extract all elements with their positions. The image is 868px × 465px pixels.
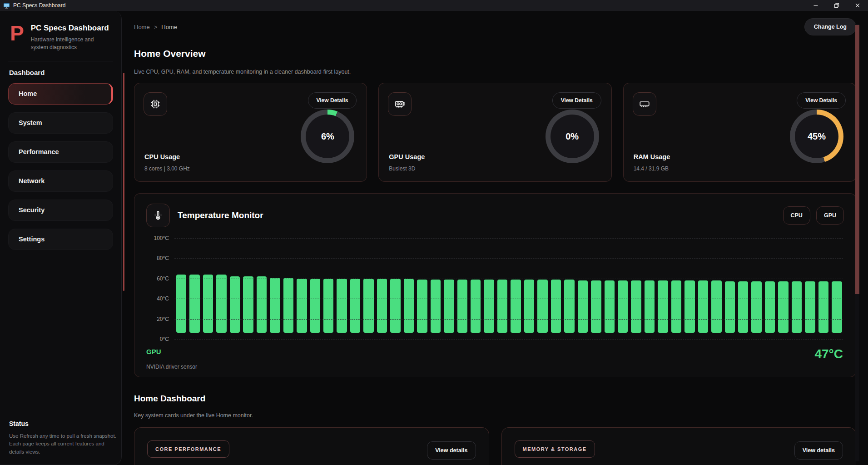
main-scrollbar-thumb[interactable] [855, 25, 859, 294]
sidebar-item-performance[interactable]: Performance [8, 141, 113, 163]
temp-bar [323, 279, 333, 333]
home-dashboard-title: Home Dashboard [134, 394, 856, 404]
temperature-monitor-card: Temperature Monitor CPU GPU 100°C80°C60°… [134, 193, 856, 377]
cpu-usage-name: CPU Usage [144, 153, 180, 160]
temp-bar [578, 280, 588, 333]
app-title: PC Specs Dashboard [31, 24, 109, 33]
memory-storage-tag: MEMORY & STORAGE [515, 440, 595, 458]
temp-bar [698, 280, 708, 333]
temp-bar [497, 280, 507, 333]
temp-bar [484, 280, 494, 333]
temp-bar [431, 280, 441, 333]
temperature-title: Temperature Monitor [178, 210, 263, 220]
temp-bar [417, 280, 427, 333]
temp-bar [591, 280, 601, 333]
usage-cards-row: View Details 6% CPU Usage 8 cores | 3.00… [134, 83, 856, 182]
ram-view-details-button[interactable]: View Details [797, 92, 846, 109]
cpu-sensor-button[interactable]: CPU [783, 206, 810, 225]
ram-icon [633, 92, 656, 116]
change-log-button[interactable]: Change Log [804, 18, 856, 35]
window-title: PC Specs Dashboard [13, 2, 65, 9]
sidebar-header: P PC Specs Dashboard Hardware intelligen… [8, 21, 113, 61]
temp-bar [363, 279, 373, 333]
temp-bar [725, 281, 735, 333]
temp-gridline [174, 258, 843, 259]
temp-bar [618, 280, 628, 333]
main-scrollbar[interactable] [855, 24, 859, 461]
sidebar-item-system[interactable]: System [8, 112, 113, 134]
restore-icon [833, 2, 840, 9]
ram-usage-detail: 14.4 / 31.9 GB [634, 165, 669, 172]
sidebar: P PC Specs Dashboard Hardware intelligen… [0, 11, 122, 465]
temp-bar [511, 280, 521, 333]
page-title: Home Overview [134, 48, 856, 59]
temp-bar [711, 280, 721, 333]
temp-bar [805, 281, 815, 333]
memory-storage-view-details-button[interactable]: View details [794, 441, 843, 460]
temp-bar [337, 279, 347, 333]
gpu-usage-percent: 0% [546, 110, 599, 163]
temp-gridline [174, 279, 843, 279]
cpu-icon [144, 92, 167, 116]
temp-bar [243, 276, 253, 333]
sidebar-item-security[interactable]: Security [8, 200, 113, 221]
core-performance-tag: CORE PERFORMANCE [147, 440, 229, 458]
status-title: Status [8, 420, 113, 427]
breadcrumb-home[interactable]: Home [134, 24, 150, 30]
temp-bar [792, 281, 802, 333]
ram-usage-ring: 45% [790, 110, 843, 163]
temp-gridline [174, 319, 843, 320]
temp-bar [297, 279, 307, 333]
temp-bar [444, 280, 454, 333]
temp-bar [283, 278, 293, 333]
temp-bar [350, 279, 360, 333]
sensor-note: NVIDIA driver sensor [146, 364, 197, 370]
temp-axis-tick: 40°C [146, 295, 169, 302]
sidebar-section-label: Dashboard [8, 69, 113, 76]
thermometer-icon [146, 204, 170, 227]
gpu-usage-card: View Details 0% GPU Usage Busiest 3D [378, 83, 611, 182]
close-button[interactable] [847, 0, 868, 11]
home-dashboard-subtitle: Key system cards under the live Home mon… [134, 412, 856, 419]
monitor-icon [3, 2, 10, 9]
temp-bar [631, 280, 641, 333]
temp-bar [671, 280, 681, 333]
temp-axis-tick: 100°C [146, 235, 169, 241]
memory-storage-card: MEMORY & STORAGE View details [501, 427, 857, 465]
sidebar-nav: HomeSystemPerformanceNetworkSecuritySett… [8, 83, 113, 258]
temp-axis-tick: 20°C [146, 316, 169, 322]
minimize-button[interactable] [805, 0, 826, 11]
temp-bar [818, 281, 828, 333]
topbar: Home > Home Change Log [134, 18, 856, 35]
temp-bar [778, 281, 788, 333]
temp-bar [471, 280, 481, 333]
home-dashboard-row: CORE PERFORMANCE View details MEMORY & S… [134, 427, 856, 465]
sidebar-item-network[interactable]: Network [8, 170, 113, 192]
close-icon [854, 2, 861, 9]
gpu-usage-name: GPU Usage [389, 153, 425, 160]
sidebar-item-settings[interactable]: Settings [8, 229, 113, 250]
temp-bar [537, 280, 547, 333]
temp-bar [457, 280, 467, 333]
temp-bar [605, 280, 615, 333]
temp-bar [684, 280, 694, 333]
core-performance-view-details-button[interactable]: View details [427, 441, 476, 460]
temp-axis-tick: 0°C [146, 336, 169, 342]
ram-usage-name: RAM Usage [634, 153, 670, 160]
sidebar-scrollbar[interactable] [123, 73, 124, 291]
gpu-usage-detail: Busiest 3D [389, 165, 415, 172]
temp-gridline [174, 238, 843, 239]
temp-bar [751, 281, 761, 333]
cpu-usage-detail: 8 cores | 3.00 GHz [144, 165, 190, 172]
cpu-view-details-button[interactable]: View Details [308, 92, 357, 109]
gpu-view-details-button[interactable]: View Details [552, 92, 601, 109]
active-sensor-label: GPU [146, 348, 161, 355]
temperature-chart: 100°C80°C60°C40°C20°C0°C [146, 235, 844, 346]
temp-axis-tick: 80°C [146, 255, 169, 261]
temp-bar [645, 280, 655, 333]
sidebar-item-home[interactable]: Home [8, 83, 113, 105]
temp-bars [176, 238, 842, 339]
gpu-sensor-button[interactable]: GPU [816, 206, 844, 225]
maximize-button[interactable] [826, 0, 847, 11]
temp-bar [765, 281, 775, 333]
